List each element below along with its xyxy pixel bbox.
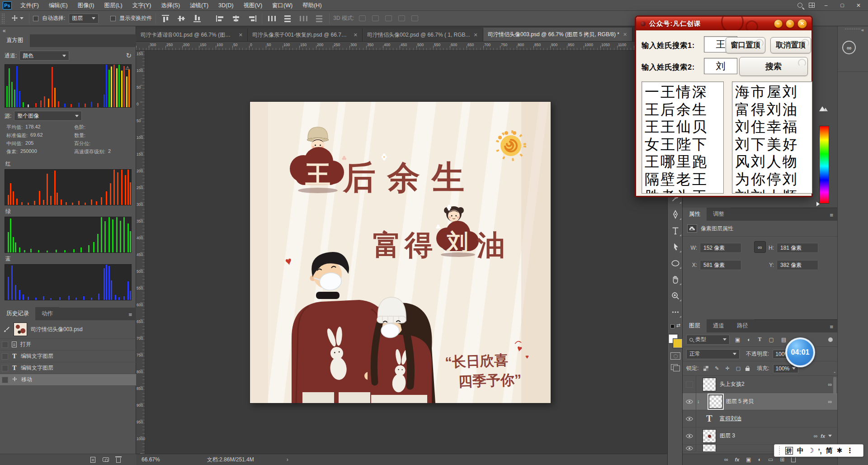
lock-artboard-icon[interactable]: ▢ xyxy=(736,365,741,371)
filter-pixel-icon[interactable]: ▣ xyxy=(735,337,740,343)
source-dropdown[interactable]: 整个图像 xyxy=(14,111,82,121)
visibility-toggle[interactable] xyxy=(683,393,696,410)
dialog-maximize-button[interactable]: ▫ xyxy=(786,19,794,28)
new-layer-icon[interactable]: ⊞ xyxy=(780,456,784,463)
list-item[interactable]: 王王仙贝 xyxy=(645,118,721,136)
ime-item[interactable]: ⋮ xyxy=(846,446,853,455)
visibility-toggle[interactable] xyxy=(683,376,696,393)
move-tool-current[interactable] xyxy=(9,14,25,23)
ime-item[interactable]: 中 xyxy=(797,446,804,455)
list-item[interactable]: 胜者为王 xyxy=(645,188,721,194)
filter-adjustment-icon[interactable]: ◐ xyxy=(747,337,750,343)
history-state-well[interactable] xyxy=(2,342,8,348)
blend-mode-dropdown[interactable]: 正常 xyxy=(686,349,740,359)
search-icon[interactable] xyxy=(797,3,802,8)
list-item[interactable]: 王后余生 xyxy=(645,101,721,119)
pin-window-button[interactable]: 窗口置顶 xyxy=(726,37,765,53)
dialog-minimize-button[interactable]: – xyxy=(774,19,783,28)
layer-name[interactable]: 头上女孩2 xyxy=(720,380,745,388)
x-field[interactable]: 581 像素 xyxy=(700,260,741,270)
document-tab[interactable]: 司泞头像亲子001-恢复的.psd @ 66.7%...✕ xyxy=(248,28,363,41)
menu-item[interactable]: 文字(Y) xyxy=(127,0,156,11)
history-item[interactable]: 打开 xyxy=(0,339,136,351)
chevron-down-icon[interactable] xyxy=(828,435,832,437)
history-state-well[interactable] xyxy=(2,353,8,360)
layer-row[interactable]: ↓图层 5 拷贝∞ xyxy=(683,393,837,410)
layer-thumbnail[interactable] xyxy=(703,429,716,443)
history-item[interactable]: T编辑文字图层 xyxy=(0,351,136,362)
3d-slide-icon[interactable] xyxy=(398,15,405,21)
dialog-close-button[interactable]: ✕ xyxy=(797,19,807,28)
layer-name[interactable]: 富得刘油 xyxy=(720,415,741,422)
zoom-level[interactable]: 66.67% xyxy=(136,456,165,463)
search-button[interactable]: 搜索 xyxy=(739,57,808,76)
auto-select-checkbox[interactable] xyxy=(33,16,38,21)
close-tab-icon[interactable]: ✕ xyxy=(239,32,243,38)
distribute-v-button[interactable] xyxy=(283,15,292,22)
layer-style-icon[interactable]: fx xyxy=(735,457,740,462)
3d-pan-icon[interactable] xyxy=(385,15,392,21)
document-tab[interactable]: 司泞情侣头像003.psd @ 66.7% (图层 5 拷贝, RGB/8) *… xyxy=(483,28,632,41)
tab-channels[interactable]: 通道 xyxy=(707,319,731,332)
creative-cloud-icon[interactable]: ∞ xyxy=(842,41,856,54)
screen-mode-icon[interactable] xyxy=(671,364,680,371)
close-tab-icon[interactable]: ✕ xyxy=(474,32,478,38)
list-item[interactable]: 海市屋刘 xyxy=(735,83,809,101)
ellipse-tool[interactable] xyxy=(669,257,682,269)
link-wh-icon[interactable]: ∞ xyxy=(754,241,766,253)
tab-properties[interactable]: 属性 xyxy=(683,208,707,221)
type-tool[interactable] xyxy=(669,225,682,237)
menu-item[interactable]: 视图(V) xyxy=(238,0,267,11)
ime-item[interactable]: 拼 xyxy=(785,447,793,455)
list-item[interactable]: 王哪里跑 xyxy=(645,153,721,171)
delete-layer-icon[interactable] xyxy=(791,457,796,462)
layer-mask-icon[interactable]: ▣ xyxy=(746,456,751,463)
close-button[interactable]: ✕ xyxy=(854,2,863,9)
close-tab-icon[interactable]: ✕ xyxy=(623,32,627,38)
align-right-button[interactable] xyxy=(248,15,256,22)
height-field[interactable]: 181 像素 xyxy=(777,243,818,253)
visibility-toggle[interactable] xyxy=(683,445,696,451)
list-item[interactable]: 一王情深 xyxy=(645,83,721,101)
canvas-viewport[interactable]: 1501005005010015020025030035040045050055… xyxy=(136,51,667,454)
channel-dropdown[interactable]: 颜色 xyxy=(19,51,69,61)
panel-menu-icon[interactable]: ≡ xyxy=(128,311,132,318)
3d-orbit-icon[interactable] xyxy=(359,15,366,21)
layer-thumbnail[interactable] xyxy=(703,378,716,391)
results-list-2[interactable]: 海市屋刘富得刘油刘住幸福刘下美好风刘人物为你停刘刘刘大顺 xyxy=(732,81,812,194)
results-list-1[interactable]: 一王情深王后余生王王仙贝女王陛下王哪里跑隔壁老王胜者为王 xyxy=(642,81,724,194)
align-vcenter-button[interactable] xyxy=(177,15,186,22)
dialog-title-bar[interactable]: 公众号:凡仁创课 – ▫ ✕ xyxy=(636,17,811,30)
tab-paths[interactable]: 路径 xyxy=(731,319,755,332)
show-transform-checkbox[interactable] xyxy=(110,16,116,21)
layer-row[interactable]: 图层 3∞fx xyxy=(683,427,837,445)
layer-group-icon[interactable]: ▭ xyxy=(768,456,773,463)
layer-thumbnail[interactable] xyxy=(703,445,716,452)
align-bottom-button[interactable] xyxy=(193,15,202,22)
lock-pixels-icon[interactable]: ✎ xyxy=(715,365,719,371)
ime-item[interactable]: ✱ xyxy=(837,446,843,455)
layer-thumbnail[interactable] xyxy=(709,395,722,408)
history-snapshot-row[interactable]: 司泞情侣头像003.psd xyxy=(0,320,136,339)
lock-position-icon[interactable]: ✛ xyxy=(726,365,730,371)
navigator-icon[interactable] xyxy=(818,104,829,112)
align-left-button[interactable] xyxy=(216,15,225,22)
ruler-top[interactable]: 3002502001501005005010015020025030035040… xyxy=(136,42,667,51)
layer-name[interactable]: 图层 3 xyxy=(720,432,735,440)
scroll-up-icon[interactable]: ⌃ xyxy=(833,371,836,376)
list-item[interactable]: 刘住幸福 xyxy=(735,118,809,136)
quick-mask-icon[interactable] xyxy=(670,352,680,360)
menu-item[interactable]: 帮助(H) xyxy=(297,0,326,11)
adjustment-layer-icon[interactable]: ◐ xyxy=(758,456,761,463)
menu-item[interactable]: 文件(F) xyxy=(15,0,44,11)
y-field[interactable]: 382 像素 xyxy=(777,260,818,270)
menu-item[interactable]: 编辑(E) xyxy=(44,0,73,11)
color-swatches[interactable] xyxy=(669,334,682,348)
panel-menu-icon[interactable]: ≡ xyxy=(830,212,834,218)
filter-type-dropdown[interactable]: 类型 xyxy=(686,335,730,345)
document-tab[interactable]: 司泞卡通谐音001.psd @ 66.7% (图层 6,...✕ xyxy=(136,28,248,41)
tab-adjustments[interactable]: 调整 xyxy=(707,208,731,221)
ime-item[interactable]: ☽ xyxy=(808,446,814,455)
filter-type-icon[interactable]: T xyxy=(758,336,762,343)
ime-item[interactable]: 简 xyxy=(826,446,833,455)
